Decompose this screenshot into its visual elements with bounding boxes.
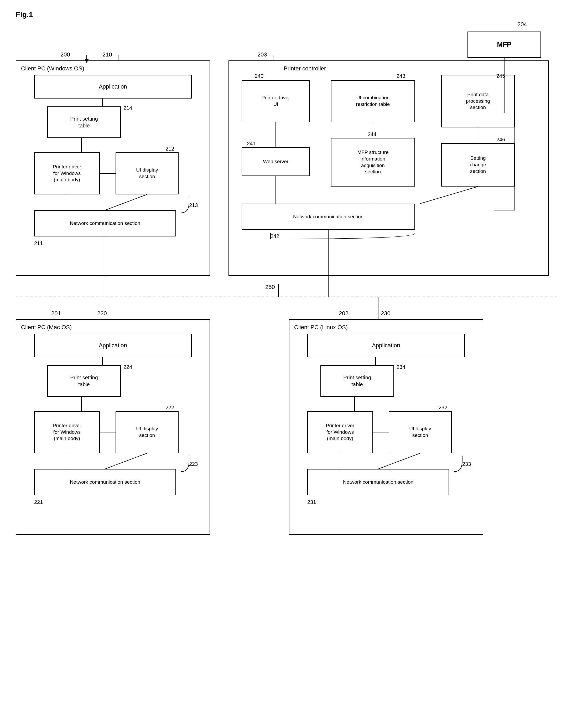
network-comm-linux-box: Network communication section (307, 469, 449, 495)
ui-combo-table-box: UI combination restriction table (331, 80, 415, 122)
ref-200: 200 (60, 51, 70, 58)
ref-221: 221 (34, 499, 43, 505)
web-server-box: Web server (241, 147, 310, 176)
mfp-struct-info-box: MFP structure information acquisition se… (331, 138, 415, 187)
client-mac-label: Client PC (Mac OS) (21, 324, 72, 331)
ui-display-mac-box: UI display section (116, 411, 178, 453)
network-comm-mac-box: Network communication section (34, 469, 176, 495)
ref-244: 244 (368, 131, 376, 137)
ref-232: 232 (439, 405, 447, 411)
printer-driver-mac-box: Printer driver for Windows (main body) (34, 411, 100, 453)
ref-233: 233 (462, 461, 471, 467)
ref-246: 246 (496, 137, 505, 143)
client-windows-label: Client PC (Windows OS) (21, 65, 84, 72)
mfp-box: MFP (468, 31, 541, 58)
printer-controller-label: Printer controller (284, 65, 326, 72)
client-linux-label: Client PC (Linux OS) (294, 324, 348, 331)
ref-201: 201 (51, 310, 61, 317)
ref-210: 210 (102, 51, 112, 58)
ref-220: 220 (97, 310, 107, 317)
fig-label: Fig.1 (16, 10, 33, 19)
ref-241: 241 (247, 141, 256, 147)
ref-245: 245 (496, 73, 505, 79)
application-mac-box: Application (34, 334, 192, 357)
printer-driver-ui-box: Printer driver UI (241, 80, 310, 122)
ui-display-win-box: UI display section (116, 152, 178, 194)
printer-driver-win-box: Printer driver for Windows (main body) (34, 152, 100, 194)
ref-211: 211 (34, 241, 43, 247)
print-setting-win-box: Print setting table (47, 107, 121, 138)
ref-212: 212 (165, 146, 174, 152)
ref-230: 230 (381, 310, 390, 317)
ref-231: 231 (307, 499, 316, 505)
ref-240: 240 (255, 73, 264, 79)
network-comm-win-box: Network communication section (34, 210, 176, 237)
ref-214: 214 (124, 105, 132, 111)
print-data-proc-box: Print data processing section (441, 75, 515, 127)
ref-202: 202 (339, 310, 349, 317)
print-setting-mac-box: Print setting table (47, 365, 121, 397)
ref-243: 243 (397, 73, 405, 79)
ref-234: 234 (397, 364, 405, 370)
application-win-box: Application (34, 75, 192, 98)
ref-242: 242 (271, 233, 279, 239)
ui-display-linux-box: UI display section (389, 411, 452, 453)
network-comm-printer-box: Network communication section (241, 204, 415, 230)
mfp-ref: 204 (517, 21, 527, 28)
ref-250: 250 (265, 284, 275, 290)
printer-driver-linux-box: Printer driver for Windows (main body) (307, 411, 373, 453)
setting-change-box: Setting change section (441, 143, 515, 187)
ref-224: 224 (124, 364, 132, 370)
ref-222: 222 (165, 405, 174, 411)
ref-223: 223 (189, 461, 198, 467)
ref-203: 203 (258, 51, 267, 58)
ref-213: 213 (189, 202, 198, 208)
print-setting-linux-box: Print setting table (320, 365, 394, 397)
application-linux-box: Application (307, 334, 465, 357)
